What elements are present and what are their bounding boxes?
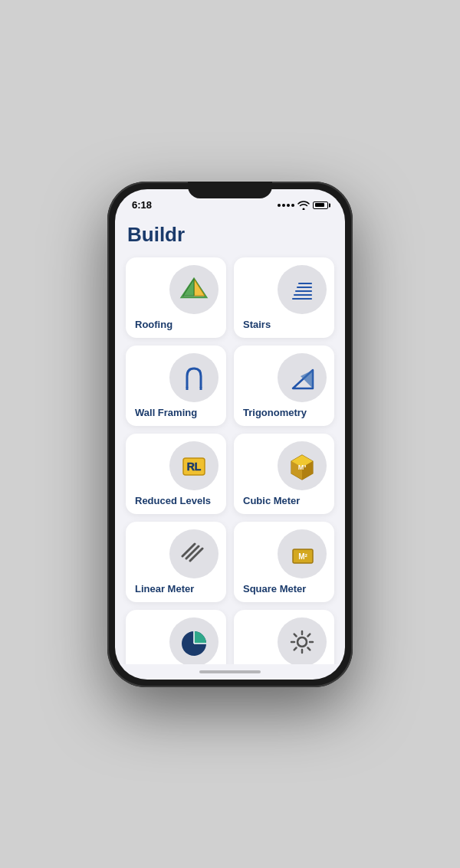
svg-text:RL: RL	[187, 460, 202, 473]
phone-frame: 6:18	[107, 182, 353, 687]
svg-marker-1	[194, 279, 205, 296]
wall-framing-icon-circle	[169, 353, 219, 402]
card-roofing[interactable]: Roofing	[126, 257, 226, 338]
battery-icon	[313, 201, 328, 209]
linear-meter-label: Linear Meter	[133, 583, 194, 594]
cubic-meter-label: Cubic Meter	[242, 495, 300, 506]
card-linear-meter[interactable]: Linear Meter	[126, 522, 226, 602]
svg-line-20	[190, 549, 202, 561]
phone-screen: 6:18	[115, 189, 345, 680]
card-settings[interactable]: Settings	[234, 610, 334, 664]
stairs-icon-circle	[278, 265, 327, 314]
roofing-label: Roofing	[133, 319, 172, 330]
circles-icon-circle	[169, 617, 219, 664]
settings-icon-circle	[278, 617, 327, 664]
wall-framing-label: Wall Framing	[133, 407, 197, 418]
app-title: Buildr	[126, 223, 334, 247]
reduced-levels-icon-circle: RL	[169, 441, 219, 490]
home-indicator	[115, 664, 345, 680]
svg-text:M³: M³	[298, 463, 307, 471]
wifi-icon	[297, 201, 310, 210]
roofing-icon-circle	[169, 265, 219, 314]
status-time: 6:18	[132, 199, 152, 211]
square-meter-label: Square Meter	[242, 583, 306, 594]
reduced-levels-label: Reduced Levels	[133, 495, 211, 506]
cubic-meter-icon-circle: M³	[278, 441, 327, 490]
card-circles[interactable]: Circles	[126, 610, 226, 664]
trigonometry-label: Trigonometry	[242, 407, 307, 418]
status-icons	[278, 201, 328, 210]
card-stairs[interactable]: Stairs	[234, 257, 334, 338]
svg-text:M²: M²	[298, 552, 307, 561]
card-reduced-levels[interactable]: RL Reduced Levels	[126, 434, 226, 514]
notch	[188, 182, 272, 198]
trigonometry-icon-circle	[278, 353, 327, 402]
card-grid: Roofing	[126, 257, 334, 664]
linear-meter-icon-circle	[169, 529, 219, 578]
square-meter-icon-circle: M²	[278, 529, 327, 578]
card-wall-framing[interactable]: Wall Framing	[126, 346, 226, 426]
svg-line-19	[186, 546, 199, 558]
svg-line-21	[182, 544, 195, 556]
svg-point-28	[297, 637, 307, 647]
stairs-label: Stairs	[242, 319, 271, 330]
signal-icon	[278, 204, 294, 207]
card-trigonometry[interactable]: Trigonometry	[234, 346, 334, 426]
card-cubic-meter[interactable]: M³ Cubic Meter	[234, 434, 334, 514]
screen-content[interactable]: Buildr Roofing	[115, 217, 345, 664]
svg-marker-2	[183, 279, 194, 296]
card-square-meter[interactable]: M² Square Meter	[234, 522, 334, 602]
